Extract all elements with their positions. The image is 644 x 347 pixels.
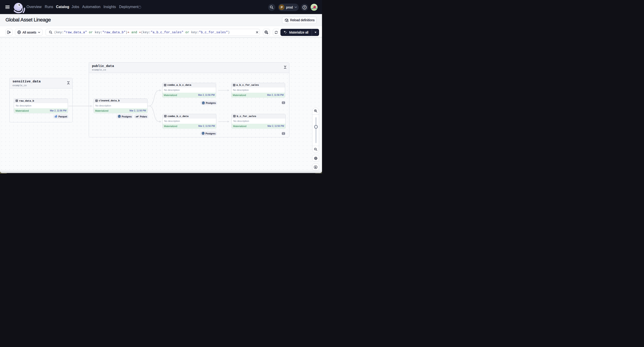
svg-text:CSV: CSV xyxy=(282,102,284,103)
svg-text:?: ? xyxy=(304,6,305,9)
svg-text:CSV: CSV xyxy=(282,133,284,134)
